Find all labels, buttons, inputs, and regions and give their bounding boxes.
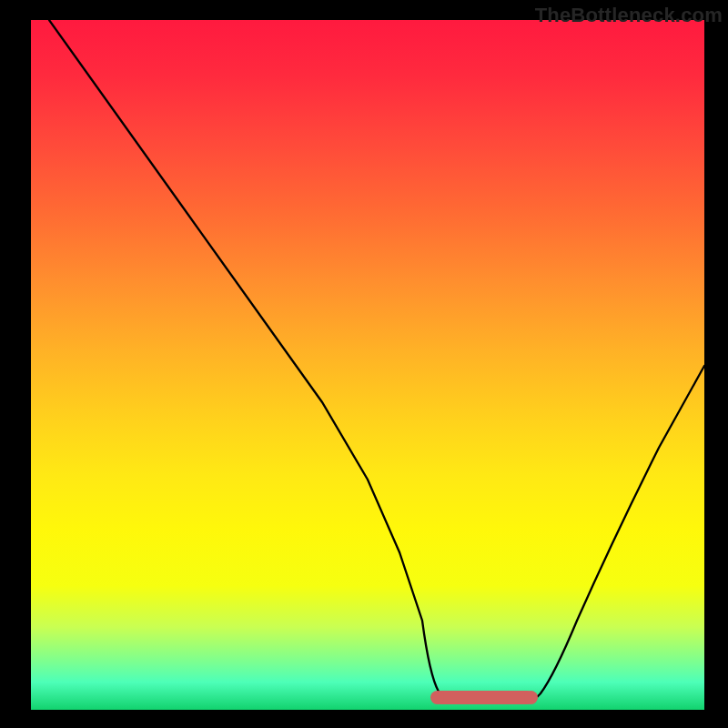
plot-area xyxy=(31,20,704,710)
chart-stage: TheBottleneck.com xyxy=(0,0,728,728)
optimal-range-start-dot xyxy=(430,691,444,704)
bottleneck-curve xyxy=(31,20,704,710)
optimal-range-end-dot xyxy=(524,691,538,704)
curve-path xyxy=(49,20,704,703)
watermark-label: TheBottleneck.com xyxy=(535,4,723,27)
optimal-range-marker xyxy=(434,691,534,704)
